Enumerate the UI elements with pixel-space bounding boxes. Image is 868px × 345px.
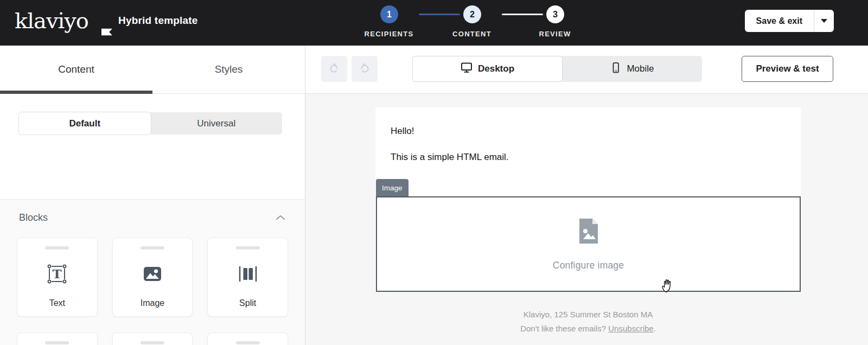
- image-block-placeholder[interactable]: Configure image: [376, 196, 801, 292]
- blocks-grid: T Text Image: [0, 238, 305, 345]
- step-2-number: 2: [470, 10, 475, 20]
- step-2-label: CONTENT: [442, 30, 502, 38]
- step-3-label: REVIEW: [525, 30, 585, 38]
- unsubscribe-link[interactable]: Unsubscribe: [608, 324, 653, 333]
- mode-universal-segment[interactable]: Universal: [151, 112, 283, 135]
- hand-grab-cursor-icon: [661, 277, 675, 295]
- top-header-bar: klaviyo Hybrid template 1 2 3 RECIPIENTS…: [0, 0, 868, 46]
- desktop-toggle-button[interactable]: Desktop: [412, 56, 563, 82]
- step-connector-2: [502, 14, 543, 15]
- tab-content[interactable]: Content: [0, 46, 152, 93]
- block-tile-text[interactable]: T Text: [17, 238, 98, 317]
- device-preview-toggle: Desktop Mobile: [412, 56, 702, 82]
- step-2-content[interactable]: 2: [463, 5, 481, 23]
- block-tile-label: Split: [239, 298, 256, 308]
- email-paragraph: This is a simple HTML email.: [391, 152, 786, 163]
- chevron-down-icon: [821, 19, 827, 23]
- blocks-section-header[interactable]: Blocks: [0, 200, 305, 223]
- mobile-icon: [610, 62, 621, 76]
- editor-sidebar: Content Styles Default Universal Blocks: [0, 46, 305, 345]
- redo-icon: [358, 61, 371, 76]
- sidebar-tabs: Content Styles: [0, 46, 305, 94]
- chevron-up-icon[interactable]: [276, 213, 285, 223]
- canvas-toolbar: Desktop Mobile Preview & test: [305, 46, 868, 94]
- footer-question-text: Don't like these emails?: [520, 324, 608, 333]
- mobile-toggle-label: Mobile: [627, 63, 654, 74]
- configure-image-label: Configure image: [553, 260, 624, 271]
- step-1-label: RECIPIENTS: [359, 30, 419, 38]
- mobile-toggle-button[interactable]: Mobile: [563, 56, 702, 82]
- block-tile-drop-shadow[interactable]: [207, 333, 288, 345]
- blocks-section-title: Blocks: [19, 212, 48, 223]
- footer-suffix-text: .: [654, 324, 656, 333]
- block-tile-spacer[interactable]: [112, 333, 193, 345]
- preview-and-test-button[interactable]: Preview & test: [742, 56, 833, 82]
- save-and-exit-button[interactable]: Save & exit: [745, 10, 814, 32]
- image-block-icon: [141, 250, 164, 298]
- email-footer-block: Klaviyo, 125 Summer St Boston MA Don't l…: [375, 308, 801, 336]
- email-preview-canvas: Hello! This is a simple HTML email. Imag…: [305, 94, 868, 345]
- step-1-recipients[interactable]: 1: [380, 5, 398, 23]
- save-options-dropdown-button[interactable]: [814, 10, 834, 32]
- desktop-toggle-label: Desktop: [478, 63, 514, 74]
- step-1-number: 1: [387, 10, 392, 20]
- block-tile-label: Text: [49, 298, 65, 308]
- undo-icon: [328, 61, 341, 76]
- block-tile-label: Image: [141, 298, 164, 308]
- image-file-icon: [577, 218, 600, 247]
- klaviyo-logo: klaviyo: [15, 9, 88, 33]
- footer-address-line: Klaviyo, 125 Summer St Boston MA: [375, 308, 801, 322]
- block-tile-split[interactable]: Split: [207, 238, 288, 317]
- step-3-review[interactable]: 3: [546, 5, 564, 23]
- klaviyo-template-editor: klaviyo Hybrid template 1 2 3 RECIPIENTS…: [0, 0, 868, 345]
- email-text-block[interactable]: Hello! This is a simple HTML email.: [375, 107, 801, 196]
- footer-unsubscribe-line: Don't like these emails? Unsubscribe.: [375, 322, 801, 336]
- split-block-icon: [236, 250, 260, 298]
- klaviyo-flag-icon: [101, 16, 112, 40]
- template-title: Hybrid template: [118, 15, 198, 27]
- text-block-icon: T: [45, 250, 69, 298]
- desktop-icon: [461, 62, 473, 76]
- undo-button[interactable]: [321, 56, 347, 82]
- mode-default-segment[interactable]: Default: [19, 112, 151, 135]
- blocks-panel: Blocks T: [0, 199, 305, 345]
- email-paragraph: Hello!: [391, 126, 786, 137]
- redo-button[interactable]: [352, 56, 378, 82]
- step-connector-1: [419, 14, 460, 15]
- klaviyo-logo-text: klaviyo: [15, 8, 88, 33]
- block-tile-image[interactable]: Image: [112, 238, 193, 317]
- save-and-exit-split-button: Save & exit: [745, 10, 834, 32]
- svg-text:T: T: [53, 266, 62, 281]
- step-3-number: 3: [553, 10, 558, 20]
- image-block-tag: Image: [376, 179, 409, 196]
- block-mode-toggle: Default Universal: [19, 112, 282, 135]
- block-tile-button[interactable]: [17, 333, 98, 345]
- tab-styles[interactable]: Styles: [152, 46, 305, 93]
